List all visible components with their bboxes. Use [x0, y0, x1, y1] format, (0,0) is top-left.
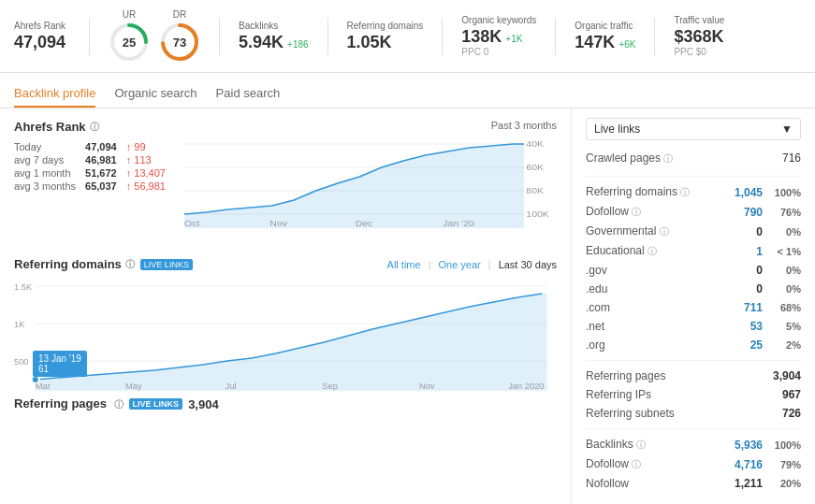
referring-domains-section: Referring domains ⓘ LIVE LINKS All time … — [14, 257, 557, 411]
svg-text:Dec: Dec — [356, 219, 373, 228]
svg-text:Jan '20: Jan '20 — [443, 219, 474, 228]
ur-value: 25 — [123, 36, 136, 50]
right-referring-domains-label: Referring domains ⓘ — [586, 185, 690, 199]
main-content: Ahrefs Rank ⓘ Today 47,094 ↑ 99 avg 7 da… — [0, 108, 815, 504]
ahrefs-rank-info-icon[interactable]: ⓘ — [90, 121, 99, 134]
divider-1 — [89, 18, 90, 55]
svg-text:Nov: Nov — [419, 382, 435, 391]
divider-2 — [219, 18, 220, 55]
educational-row: Educational ⓘ 1< 1% — [586, 241, 801, 261]
governmental-row: Governmental ⓘ 00% — [586, 222, 801, 241]
svg-text:100K: 100K — [526, 209, 549, 219]
rank-label-1month: avg 1 month — [14, 167, 76, 179]
rank-value-1month: 51,672 — [85, 167, 117, 179]
time-all[interactable]: All time — [387, 259, 421, 270]
time-one-year[interactable]: One year — [439, 259, 481, 270]
backlinks-value: 5.94K — [239, 33, 284, 52]
edu-row: .edu 00% — [586, 280, 801, 298]
dr-label: DR — [173, 9, 186, 20]
svg-text:Jul: Jul — [226, 382, 237, 391]
organic-keywords-label: Organic keywords — [461, 15, 536, 25]
live-links-dropdown[interactable]: Live links ▼ — [586, 118, 801, 140]
svg-text:60K: 60K — [526, 163, 544, 172]
org-row: .org 252% — [586, 336, 801, 354]
traffic-value-sub: PPC $0 — [674, 47, 730, 57]
backlinks-dofollow-row: Dofollow ⓘ 4,71679% — [586, 454, 801, 474]
divider-4 — [442, 18, 443, 55]
referring-domains-badge: LIVE LINKS — [140, 259, 193, 270]
tab-organic-search[interactable]: Organic search — [114, 80, 196, 108]
net-row: .net 535% — [586, 317, 801, 336]
ahrefs-rank-section: Ahrefs Rank ⓘ Today 47,094 ↑ 99 avg 7 da… — [14, 120, 557, 252]
referring-subnets-row: Referring subnets 726 — [586, 404, 801, 423]
backlinks-dofollow-info[interactable]: ⓘ — [632, 459, 641, 469]
time-last-30[interactable]: Last 30 days — [499, 259, 557, 270]
rank-label-today: Today — [14, 141, 76, 152]
dofollow-info[interactable]: ⓘ — [632, 207, 641, 217]
rank-change-today: ↑ 99 — [126, 141, 166, 152]
svg-text:Nov: Nov — [269, 219, 287, 228]
rank-value-3months: 65,037 — [85, 180, 117, 192]
svg-text:May: May — [125, 382, 142, 391]
rank-value-today: 47,094 — [85, 141, 117, 152]
backlinks-change: +186 — [287, 39, 309, 50]
organic-traffic-metric: Organic traffic 147K +6K — [575, 21, 635, 52]
referring-pages-title: Referring pages ⓘ — [14, 396, 124, 411]
tab-backlink-profile[interactable]: Backlink profile — [14, 80, 95, 108]
right-referring-domains-value: 1,045 100% — [735, 186, 801, 199]
tab-bar: Backlink profile Organic search Paid sea… — [0, 73, 815, 108]
svg-text:80K: 80K — [526, 186, 544, 195]
right-detail-rows: Dofollow ⓘ 79076% Governmental ⓘ 00% Edu… — [586, 202, 801, 354]
referring-domains-header: Referring domains ⓘ LIVE LINKS All time … — [14, 257, 557, 271]
ahrefs-rank-metric: Ahrefs Rank 47,094 — [14, 21, 70, 52]
referring-ips-row: Referring IPs 967 — [586, 385, 801, 404]
referring-domains-chart: 1.5K 1K 500 Mar May Jul — [14, 279, 557, 391]
right-divider-2 — [586, 360, 801, 361]
organic-keywords-change: +1K — [505, 34, 522, 44]
crawled-pages-row: Crawled pages ⓘ 716 — [586, 151, 801, 168]
ahrefs-rank-section-title: Ahrefs Rank ⓘ — [14, 120, 166, 134]
referring-domains-label: Referring domains — [347, 21, 424, 31]
traffic-value-value: $368K — [674, 27, 730, 47]
ur-gauge: UR 25 — [109, 9, 150, 63]
top-metrics-bar: Ahrefs Rank 47,094 UR 25 DR 73 — [0, 0, 815, 73]
backlinks-right-row: Backlinks ⓘ 5,936 100% — [586, 435, 801, 454]
ahrefs-rank-value: 47,094 — [14, 33, 70, 52]
time-filter-links: All time | One year | Last 30 days — [387, 259, 557, 270]
referring-pages-stat: Referring pages ⓘ LIVE LINKS 3,904 — [14, 396, 557, 411]
right-referring-domains-row: Referring domains ⓘ 1,045 100% — [586, 182, 801, 202]
tooltip-date: 13 Jan '19 — [38, 353, 81, 364]
right-divider-3 — [586, 428, 801, 429]
organic-traffic-label: Organic traffic — [575, 21, 635, 31]
chart-tooltip: 13 Jan '19 61 — [33, 351, 87, 377]
organic-keywords-metric: Organic keywords 138K +1K PPC 0 — [461, 15, 536, 57]
referring-pages-info-icon[interactable]: ⓘ — [114, 399, 124, 410]
crawled-pages-info-icon[interactable]: ⓘ — [663, 153, 673, 164]
organic-keywords-value: 138K — [461, 27, 502, 47]
svg-text:500: 500 — [14, 357, 29, 367]
backlinks-info-icon[interactable]: ⓘ — [636, 439, 646, 450]
right-referring-domains-info[interactable]: ⓘ — [680, 187, 690, 197]
educational-info[interactable]: ⓘ — [648, 246, 657, 256]
com-row: .com 71168% — [586, 298, 801, 317]
rank-label-7days: avg 7 days — [14, 154, 76, 166]
traffic-value-label: Traffic value — [674, 15, 730, 25]
rank-change-7days: ↑ 113 — [126, 154, 166, 166]
ur-dr-gauges: UR 25 DR 73 — [109, 9, 200, 63]
referring-pages-badge: LIVE LINKS — [129, 398, 183, 410]
tab-paid-search[interactable]: Paid search — [216, 80, 281, 108]
right-divider-1 — [586, 176, 801, 177]
gov-row: .gov 00% — [586, 261, 801, 280]
organic-keywords-sub: PPC 0 — [461, 47, 536, 57]
dr-gauge: DR 73 — [159, 9, 200, 63]
dr-circle: 73 — [159, 22, 200, 63]
ahrefs-rank-label: Ahrefs Rank — [14, 21, 70, 31]
ur-circle: 25 — [109, 22, 150, 63]
crawled-pages-value: 716 — [782, 151, 801, 168]
governmental-info[interactable]: ⓘ — [660, 226, 669, 237]
referring-domains-title: Referring domains ⓘ — [14, 257, 135, 271]
referring-domains-info-icon[interactable]: ⓘ — [125, 258, 135, 271]
svg-text:Sep: Sep — [322, 382, 338, 391]
rank-chart-period: Past 3 months — [491, 120, 557, 131]
rank-stats-grid: Today 47,094 ↑ 99 avg 7 days 46,981 ↑ 11… — [14, 141, 166, 192]
